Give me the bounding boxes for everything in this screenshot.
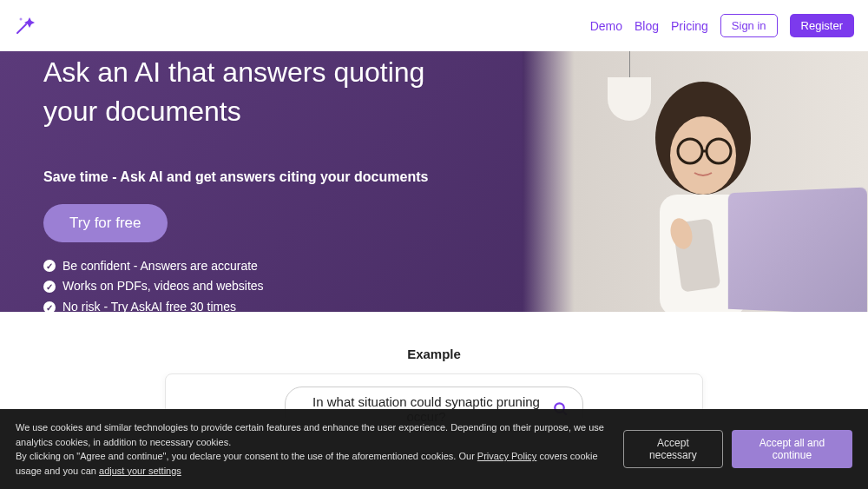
hero-section: Ask an AI that answers quoting your docu… bbox=[0, 51, 868, 312]
nav-demo[interactable]: Demo bbox=[590, 19, 622, 33]
svg-line-0 bbox=[17, 24, 26, 33]
check-icon bbox=[43, 260, 56, 272]
check-icon bbox=[43, 301, 56, 312]
logo[interactable] bbox=[14, 14, 38, 38]
accept-necessary-button[interactable]: Accept necessary bbox=[623, 430, 723, 468]
try-free-button[interactable]: Try for free bbox=[43, 204, 168, 242]
signin-button[interactable]: Sign in bbox=[720, 14, 778, 37]
hero-image bbox=[523, 51, 868, 312]
register-button[interactable]: Register bbox=[790, 14, 854, 37]
check-icon bbox=[43, 281, 56, 293]
wand-icon bbox=[14, 14, 38, 38]
laptop-decoration bbox=[728, 187, 867, 312]
privacy-policy-link[interactable]: Privacy Policy bbox=[477, 451, 536, 461]
hero-bullet-list: Be confident - Answers are accurate Work… bbox=[43, 256, 479, 312]
cookie-banner: We use cookies and similar technologies … bbox=[0, 409, 868, 489]
svg-point-1 bbox=[20, 17, 23, 20]
accept-all-button[interactable]: Accept all and continue bbox=[732, 430, 852, 468]
hero-subtitle: Save time - Ask AI and get answers citin… bbox=[43, 169, 479, 185]
hero-bullet: Be confident - Answers are accurate bbox=[62, 256, 258, 277]
hero-bullet: Works on PDFs, videos and websites bbox=[62, 276, 264, 297]
nav-blog[interactable]: Blog bbox=[635, 19, 659, 33]
hero-bullet: No risk - Try AskAI free 30 times bbox=[62, 297, 236, 312]
cookie-text: We use cookies and similar technologies … bbox=[16, 420, 623, 478]
example-heading: Example bbox=[0, 347, 868, 361]
nav-pricing[interactable]: Pricing bbox=[671, 19, 708, 33]
adjust-settings-link[interactable]: adjust your settings bbox=[99, 466, 181, 476]
hero-title: Ask an AI that answers quoting your docu… bbox=[43, 53, 479, 131]
